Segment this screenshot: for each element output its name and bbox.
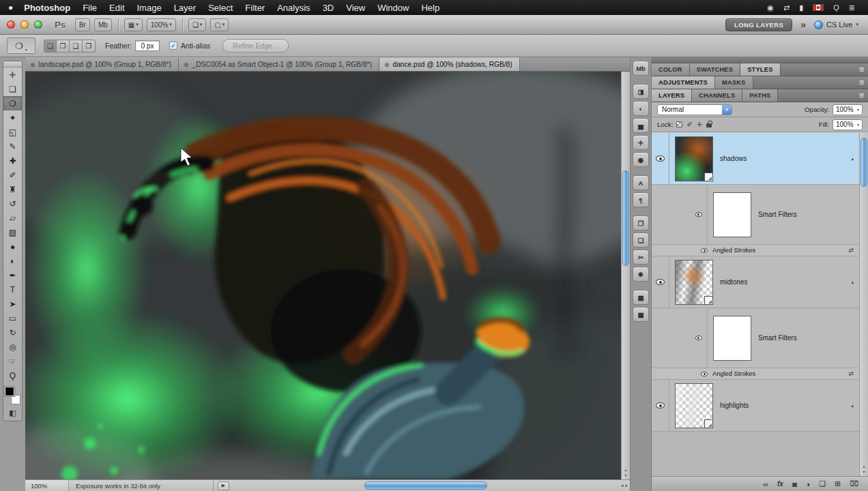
- smart-filters-row[interactable]: Smart Filters: [652, 185, 859, 245]
- link-layers-icon[interactable]: ∞: [763, 480, 768, 488]
- workspace-overflow-chevron[interactable]: »: [800, 19, 806, 30]
- filter-mask-thumbnail[interactable]: [713, 316, 751, 361]
- adjustment-layer-icon[interactable]: ◑: [806, 480, 811, 488]
- layer-name[interactable]: highlights: [720, 402, 749, 409]
- tab-masks[interactable]: MASKS: [715, 76, 753, 89]
- lock-all-icon[interactable]: [706, 123, 712, 128]
- lock-transparency-icon[interactable]: [676, 121, 682, 128]
- tab-dance-psd[interactable]: ⊗ dance.psd @ 100% (shadows, RGB/8): [379, 57, 520, 71]
- tab-dsc0054-psd[interactable]: ⊗ _DSC0054 as Smart Object-1 @ 100% (Gro…: [179, 57, 379, 71]
- opacity-input[interactable]: 100% ▾: [833, 104, 863, 115]
- tool-preset-picker[interactable]: ❍ ▾: [7, 38, 35, 54]
- scrollbar-thumb[interactable]: [364, 481, 487, 490]
- menu-item-image[interactable]: Image: [131, 3, 168, 13]
- filter-mask-label[interactable]: Smart Filters: [758, 211, 797, 218]
- panel-dock-header[interactable]: [652, 57, 868, 63]
- zoom-window-button[interactable]: [34, 20, 42, 29]
- hand-tool[interactable]: ☞: [3, 354, 22, 368]
- sync-icon[interactable]: ⇄: [779, 3, 794, 12]
- tools-panel-header[interactable]: [3, 61, 22, 68]
- arrange-documents-button[interactable]: ❏ ▾: [188, 18, 206, 31]
- new-selection-button[interactable]: ❏: [44, 40, 57, 53]
- status-zoom-field[interactable]: 100%: [25, 480, 69, 491]
- view-extras-button[interactable]: ▦ ▾: [124, 18, 143, 31]
- eyedropper-tool[interactable]: ✎: [3, 139, 22, 153]
- eraser-tool[interactable]: ▱: [3, 211, 22, 225]
- close-tab-icon[interactable]: ⊗: [384, 61, 390, 68]
- close-tab-icon[interactable]: ⊗: [30, 61, 35, 68]
- visibility-toggle[interactable]: [652, 380, 669, 431]
- panel-menu-icon[interactable]: ≣: [859, 91, 865, 99]
- scrollbar-arrows[interactable]: ▴ ▾: [860, 464, 868, 475]
- menu-item-select[interactable]: Select: [202, 3, 239, 13]
- dodge-tool[interactable]: ◐: [3, 254, 22, 268]
- collapse-filters-icon[interactable]: ▴: [851, 156, 854, 162]
- delete-layer-icon[interactable]: ⌧: [850, 479, 858, 488]
- menu-item-view[interactable]: View: [340, 3, 371, 13]
- background-color-swatch[interactable]: [11, 395, 20, 404]
- lock-position-icon[interactable]: ✛: [697, 121, 702, 128]
- collapse-filters-icon[interactable]: ▴: [851, 280, 854, 285]
- layer-thumbnail[interactable]: [675, 383, 713, 428]
- scroll-up-icon[interactable]: ▴: [624, 467, 626, 473]
- layers-scrollbar[interactable]: ▴ ▾: [859, 133, 868, 476]
- gradient-tool[interactable]: ▨: [3, 225, 22, 239]
- menu-item-help[interactable]: Help: [415, 3, 446, 13]
- visibility-toggle[interactable]: [690, 185, 708, 244]
- blend-mode-dropdown[interactable]: Normal ▾: [657, 104, 732, 115]
- panel-menu-icon[interactable]: ≣: [859, 78, 865, 86]
- filter-blending-options-icon[interactable]: ⇄: [848, 247, 854, 254]
- tool-presets-panel-icon[interactable]: ✂: [633, 250, 649, 265]
- lock-pixels-icon[interactable]: ✐: [686, 121, 692, 128]
- tab-adjustments[interactable]: ADJUSTMENTS: [652, 76, 715, 89]
- layer-name[interactable]: midtones: [720, 278, 748, 286]
- collapse-filters-icon[interactable]: ▴: [851, 403, 854, 408]
- menu-item-photoshop[interactable]: Photoshop: [24, 3, 76, 13]
- scroll-up-icon[interactable]: ▴: [863, 464, 865, 469]
- scrollbar-arrows[interactable]: ▴ ▾: [622, 467, 630, 478]
- document-canvas[interactable]: ▴ ▾: [25, 72, 630, 479]
- layer-mask-icon[interactable]: ◙: [792, 480, 797, 488]
- clone-source-panel-icon[interactable]: ❏: [633, 233, 649, 248]
- workspace-switcher-button[interactable]: LONG LAYERS: [725, 18, 792, 31]
- scroll-down-icon[interactable]: ▾: [863, 469, 865, 475]
- 3d-orbit-tool[interactable]: ◎: [3, 340, 22, 354]
- history-brush-tool[interactable]: ↺: [3, 196, 22, 211]
- scroll-right-icon[interactable]: ▸: [625, 483, 628, 488]
- effect-name[interactable]: Angled Strokes: [712, 370, 755, 377]
- menu-item-3d[interactable]: 3D: [317, 3, 341, 13]
- menu-item-filter[interactable]: Filter: [239, 3, 271, 13]
- tab-styles[interactable]: STYLES: [740, 63, 780, 76]
- screen-mode-button[interactable]: ▢ ▾: [210, 18, 229, 31]
- subtract-from-selection-button[interactable]: ❑: [70, 40, 83, 53]
- clone-stamp-tool[interactable]: ♜: [3, 182, 22, 196]
- smart-filters-row[interactable]: Smart Filters: [652, 308, 859, 368]
- minimize-window-button[interactable]: [20, 20, 29, 29]
- healing-brush-tool[interactable]: ✚: [3, 153, 22, 168]
- menu-item-analysis[interactable]: Analysis: [271, 3, 316, 13]
- feather-input[interactable]: 0 px: [135, 40, 160, 51]
- camera-raw-panel-icon[interactable]: ▦: [633, 290, 649, 305]
- visibility-toggle[interactable]: [690, 308, 708, 368]
- display-icon[interactable]: ◉: [762, 3, 779, 12]
- type-tool[interactable]: T: [3, 282, 22, 297]
- launch-mini-bridge-button[interactable]: Mb: [94, 18, 112, 31]
- effect-row-angled-strokes[interactable]: Angled Strokes ⇄: [652, 368, 859, 380]
- apple-menu-icon[interactable]: ●: [8, 3, 13, 12]
- paragraph-panel-icon[interactable]: ¶: [633, 192, 649, 207]
- effect-name[interactable]: Angled Strokes: [712, 247, 755, 254]
- crop-tool[interactable]: ◱: [3, 125, 22, 139]
- layer-style-icon[interactable]: fx: [777, 480, 783, 488]
- cs-live-button[interactable]: CS Live ▾: [814, 20, 858, 29]
- zoom-tool[interactable]: Ǫ: [3, 368, 22, 383]
- layer-thumbnail[interactable]: [675, 260, 713, 305]
- spotlight-icon[interactable]: Ǫ: [828, 3, 844, 12]
- 3d-rotate-tool[interactable]: ↻: [3, 325, 22, 340]
- navigator-panel-icon[interactable]: ✛: [633, 135, 649, 150]
- battery-icon[interactable]: ▮: [794, 3, 808, 12]
- filter-mask-label[interactable]: Smart Filters: [758, 334, 797, 342]
- scroll-left-icon[interactable]: ◂: [621, 483, 624, 488]
- visibility-toggle[interactable]: [652, 256, 669, 308]
- character-panel-icon[interactable]: A: [633, 175, 649, 190]
- layer-row-highlights[interactable]: highlights ▴: [652, 380, 859, 432]
